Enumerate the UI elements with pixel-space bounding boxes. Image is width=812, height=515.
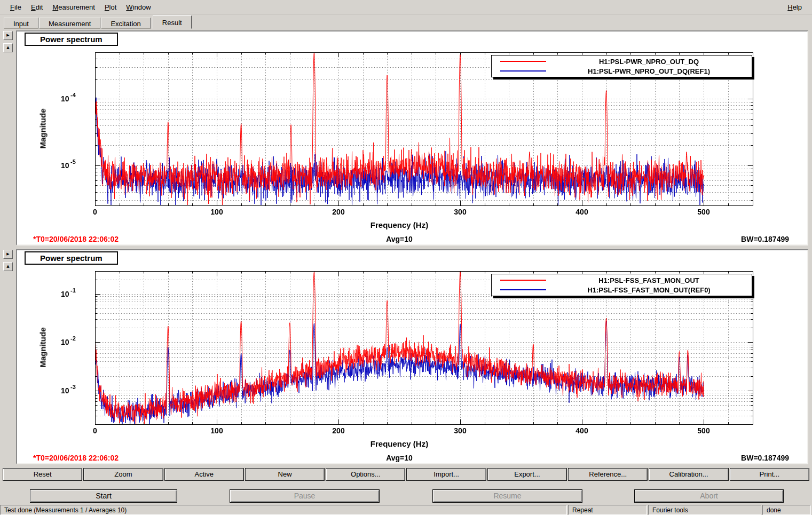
legend-label-trace2: H1:PSL-PWR_NPRO_OUT_DQ(REF1) [546, 67, 752, 75]
tab-input[interactable]: Input [4, 18, 38, 29]
x-axis-label: Frequency (Hz) [95, 220, 704, 229]
status-message: Test done (Measurements 1 / Averages 10) [0, 505, 567, 515]
tab-measurement[interactable]: Measurement [39, 18, 100, 29]
legend-top: H1:PSL-PWR_NPRO_OUT_DQ H1:PSL-PWR_NPRO_O… [491, 55, 752, 77]
y-axis-label: Magnitude [38, 328, 48, 368]
right-arrow-icon: ▶ [6, 33, 9, 37]
status-bar: Test done (Measurements 1 / Averages 10)… [0, 505, 812, 515]
plot-pane-bottom: Power spectrum H1:PSL-FSS_FAST_MON_OUT H… [16, 249, 808, 464]
export-button[interactable]: Export... [487, 468, 567, 481]
legend-label-trace2: H1:PSL-FSS_FAST_MON_OUT(REF0) [546, 286, 752, 294]
pause-button: Pause [230, 489, 380, 503]
pane2-controls: ▶ ▲ [3, 250, 13, 274]
active-button[interactable]: Active [164, 468, 244, 481]
pane1-expand-button[interactable]: ▶ [3, 31, 13, 40]
up-arrow-icon: ▲ [6, 264, 9, 268]
reference-button[interactable]: Reference... [568, 468, 648, 481]
plot-pane-top: Power spectrum H1:PSL-PWR_NPRO_OUT_DQ H1… [16, 30, 808, 245]
legend-bottom: H1:PSL-FSS_FAST_MON_OUT H1:PSL-FSS_FAST_… [491, 274, 752, 296]
print-button[interactable]: Print... [730, 468, 809, 481]
pane1-controls: ▶ ▲ [3, 31, 13, 56]
legend-label-trace1: H1:PSL-FSS_FAST_MON_OUT [546, 276, 752, 284]
toolbar: Reset Zoom Active New Options... Import.… [3, 468, 809, 481]
y-axis-label: Magnitude [38, 109, 48, 149]
status-repeat: Repeat [568, 505, 647, 515]
reset-button[interactable]: Reset [3, 468, 82, 481]
start-button[interactable]: Start [30, 489, 177, 503]
pane1-collapse-button[interactable]: ▲ [3, 43, 13, 52]
status-tool: Fourier tools [648, 505, 761, 515]
menu-edit[interactable]: Edit [26, 2, 48, 13]
avg-annotation: Avg=10 [95, 454, 704, 462]
menu-measurement[interactable]: Measurement [48, 2, 100, 13]
resume-button: Resume [432, 489, 582, 503]
bw-annotation: BW=0.187499 [741, 235, 789, 243]
blue-trace-line-icon [500, 289, 546, 290]
right-arrow-icon: ▶ [6, 252, 9, 256]
legend-row: H1:PSL-PWR_NPRO_OUT_DQ [492, 57, 752, 66]
pane2-expand-button[interactable]: ▶ [3, 250, 13, 259]
menu-window[interactable]: Window [121, 2, 155, 13]
plot-title-bottom: Power spectrum [25, 251, 118, 265]
tab-bar: Input Measurement Excitation Result [4, 15, 192, 29]
pane2-collapse-button[interactable]: ▲ [3, 262, 13, 271]
calibration-button[interactable]: Calibration... [649, 468, 728, 481]
legend-row: H1:PSL-FSS_FAST_MON_OUT [492, 275, 752, 285]
new-button[interactable]: New [245, 468, 325, 481]
legend-row: H1:PSL-PWR_NPRO_OUT_DQ(REF1) [492, 66, 752, 76]
status-state: done [762, 505, 811, 515]
plot-title-top: Power spectrum [25, 33, 118, 46]
blue-trace-line-icon [500, 70, 546, 72]
red-trace-line-icon [500, 280, 546, 281]
tab-excitation[interactable]: Excitation [101, 18, 150, 29]
menu-file[interactable]: File [5, 2, 26, 13]
legend-label-trace1: H1:PSL-PWR_NPRO_OUT_DQ [546, 58, 752, 66]
up-arrow-icon: ▲ [6, 45, 9, 50]
avg-annotation: Avg=10 [95, 235, 704, 243]
x-axis-label: Frequency (Hz) [95, 439, 704, 448]
menu-bar: File Edit Measurement Plot Window Help [0, 0, 812, 14]
tab-result[interactable]: Result [153, 15, 192, 29]
zoom-button[interactable]: Zoom [83, 468, 163, 481]
import-button[interactable]: Import... [406, 468, 486, 481]
legend-row: H1:PSL-FSS_FAST_MON_OUT(REF0) [492, 285, 752, 295]
menu-plot[interactable]: Plot [100, 2, 121, 13]
bw-annotation: BW=0.187499 [741, 454, 789, 462]
options-button[interactable]: Options... [326, 468, 405, 481]
abort-button: Abort [634, 489, 784, 503]
menu-help[interactable]: Help [783, 2, 807, 13]
red-trace-line-icon [500, 61, 546, 62]
